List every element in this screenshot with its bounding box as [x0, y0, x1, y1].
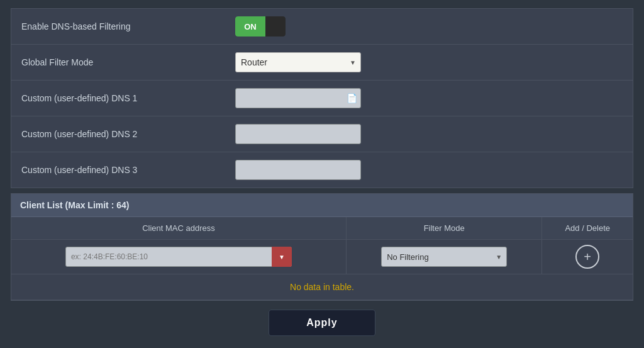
no-data-row: No data in table. [11, 274, 633, 300]
dns3-input[interactable] [235, 160, 361, 180]
col-add-delete: Add / Delete [542, 217, 633, 240]
mac-address-input[interactable] [65, 247, 292, 267]
input-row: ▼ No Filtering DNS-based Filter Custom D… [11, 240, 633, 274]
mac-input-wrapper: ▼ [65, 247, 292, 267]
table-header-row: Client MAC address Filter Mode Add / Del… [11, 217, 633, 240]
main-panel: Enable DNS-based Filtering ON Global Fil… [11, 8, 633, 188]
dns-filtering-control: ON [235, 16, 623, 36]
dns1-row: Custom (user-defined) DNS 1 📄 [11, 81, 633, 116]
dns3-row: Custom (user-defined) DNS 3 [11, 152, 633, 188]
dns2-input[interactable] [235, 124, 361, 144]
client-list-section: Client List (Max Limit : 64) Client MAC … [11, 193, 633, 301]
global-filter-label: Global Filter Mode [21, 57, 235, 67]
toggle-on-label: ON [235, 16, 265, 36]
filter-mode-cell: No Filtering DNS-based Filter Custom DNS [346, 240, 542, 274]
filter-mode-select[interactable]: No Filtering DNS-based Filter Custom DNS [381, 247, 507, 267]
dns1-input-wrapper: 📄 [235, 88, 361, 108]
toggle-off-part [265, 16, 286, 36]
global-filter-control: Router Access Point Bridge [235, 52, 623, 72]
apply-button[interactable]: Apply [269, 310, 375, 336]
dns1-input[interactable] [235, 88, 361, 108]
plus-icon: + [584, 250, 591, 264]
dns3-control [235, 160, 623, 180]
filter-select-wrapper: No Filtering DNS-based Filter Custom DNS [381, 247, 507, 267]
dns1-control: 📄 [235, 88, 623, 108]
dns2-control [235, 124, 623, 144]
dns2-label: Custom (user-defined) DNS 2 [21, 129, 235, 139]
client-list-header: Client List (Max Limit : 64) [11, 194, 633, 217]
add-client-button[interactable]: + [575, 245, 599, 269]
apply-section: Apply [11, 301, 633, 340]
dropdown-arrow-icon: ▼ [279, 254, 285, 261]
mac-input-cell: ▼ [11, 240, 346, 274]
page-wrapper: Enable DNS-based Filtering ON Global Fil… [4, 2, 640, 346]
dns-filtering-row: Enable DNS-based Filtering ON [11, 9, 633, 45]
global-filter-select[interactable]: Router Access Point Bridge [235, 52, 361, 72]
dns-filtering-toggle[interactable]: ON [235, 16, 286, 36]
dns2-row: Custom (user-defined) DNS 2 [11, 116, 633, 152]
dns3-label: Custom (user-defined) DNS 3 [21, 165, 235, 175]
col-mac-address: Client MAC address [11, 217, 346, 240]
global-filter-select-wrapper: Router Access Point Bridge [235, 52, 361, 72]
client-table: Client MAC address Filter Mode Add / Del… [11, 217, 633, 300]
global-filter-row: Global Filter Mode Router Access Point B… [11, 45, 633, 81]
col-filter-mode: Filter Mode [346, 217, 542, 240]
dns1-label: Custom (user-defined) DNS 1 [21, 93, 235, 103]
dns-filtering-label: Enable DNS-based Filtering [21, 21, 235, 31]
mac-dropdown-button[interactable]: ▼ [272, 247, 292, 267]
no-data-message: No data in table. [11, 274, 633, 300]
add-delete-cell: + [542, 240, 633, 274]
